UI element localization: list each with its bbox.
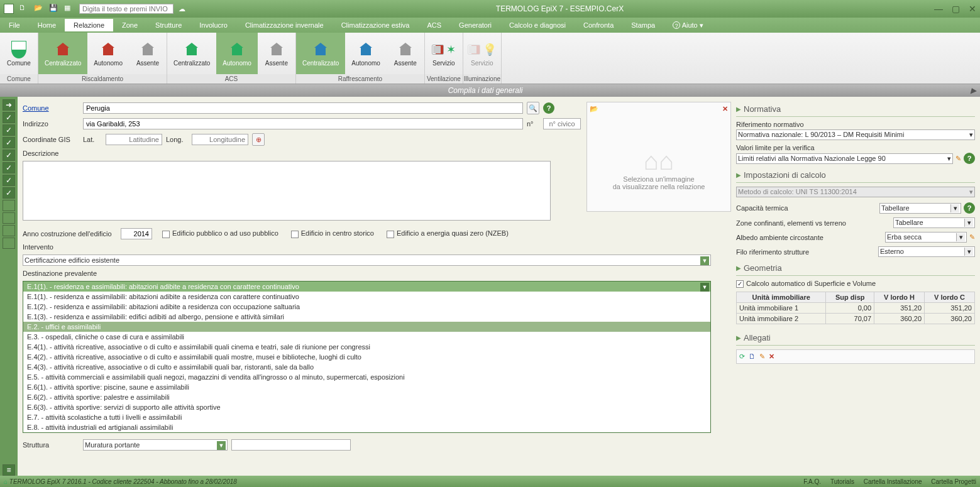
link-cartella-install[interactable]: Cartella Installazione (864, 478, 922, 485)
dropdown-item[interactable]: E.6(1). - attività sportive: piscine, sa… (23, 382, 710, 392)
save-icon[interactable]: 💾 (49, 4, 59, 14)
chk-pubblico[interactable] (162, 231, 170, 238)
collapse-arrow-icon[interactable]: ▶ (971, 84, 980, 97)
target-button[interactable]: ⊕ (252, 133, 265, 146)
comune-label[interactable]: Comune (23, 104, 79, 112)
new-icon[interactable]: 🗋 (19, 4, 29, 14)
lat-input[interactable] (106, 134, 162, 145)
delete-icon[interactable]: ✕ (769, 353, 774, 361)
dropdown-item[interactable]: E.7. - attività scolastiche a tutti i li… (23, 412, 710, 422)
link-cartella-progetti[interactable]: Cartella Progetti (931, 478, 976, 485)
help-icon[interactable]: ? (964, 153, 975, 164)
sidebar-empty-2[interactable] (3, 212, 15, 224)
sidebar-arrow[interactable]: ➜ (3, 99, 15, 111)
sidebar-empty-1[interactable] (3, 200, 15, 211)
comune-input[interactable] (83, 102, 523, 114)
ribbon-raff-autonomo[interactable]: Autonomo (345, 33, 387, 74)
new-doc-icon[interactable]: 🗋 (749, 353, 756, 361)
rif-select[interactable]: Normativa nazionale: L 90/2013 – DM Requ… (736, 129, 975, 140)
sidebar-check-6[interactable]: ✓ (3, 175, 15, 186)
dropdown-item[interactable]: E.4(1). - attività ricreative, associati… (23, 342, 710, 352)
desc-textarea[interactable] (23, 161, 551, 221)
sidebar-empty-4[interactable] (3, 238, 15, 249)
table-row[interactable]: Unità immobiliare 270,07360,20360,20 (737, 314, 975, 324)
dropdown-item[interactable]: E.1(3). - residenza e assimilabili: edif… (23, 312, 710, 322)
section-impostazioni[interactable]: ▶Impostazioni di calcolo (736, 168, 975, 183)
cloud-icon[interactable]: ☁ (179, 5, 185, 13)
chk-storico[interactable] (291, 231, 299, 238)
sidebar-check-1[interactable]: ✓ (3, 112, 15, 123)
refresh-icon[interactable]: ⟳ (739, 353, 745, 361)
tab-generatori[interactable]: Generatori (450, 19, 500, 31)
ribbon-acs-autonomo[interactable]: Autonomo (216, 33, 258, 74)
sidebar-empty-3[interactable] (3, 225, 15, 236)
tab-file[interactable]: File (0, 19, 29, 31)
dropdown-item[interactable]: E.6(3). - attività sportive: servizi di … (23, 402, 710, 412)
table-row[interactable]: Unità immobiliare 10,00351,20351,20 (737, 303, 975, 314)
albedo-select[interactable]: Erba secca▾ (885, 232, 967, 243)
ribbon-raff-assente[interactable]: Assente (387, 33, 424, 74)
dropdown-item[interactable]: E.6(2). - attività sportive: palestre e … (23, 392, 710, 402)
anno-input[interactable] (121, 228, 152, 239)
dropdown-item[interactable]: E.3. - ospedali, cliniche o case di cura… (23, 332, 710, 342)
dropdown-item[interactable]: E.8. - attività industriali ed artigiana… (23, 422, 710, 432)
section-geometria[interactable]: ▶Geometria (736, 261, 975, 276)
search-input[interactable] (79, 4, 173, 14)
tab-stampa[interactable]: Stampa (622, 19, 664, 31)
tab-calcolo[interactable]: Calcolo e diagnosi (500, 19, 575, 31)
dropdown-item[interactable]: E.2. - uffici e assimilabili (23, 322, 710, 332)
tab-aiuto[interactable]: ? Aiuto ▾ (664, 19, 712, 32)
struttura-select[interactable]: Muratura portante ▼ (83, 439, 228, 451)
delete-icon[interactable]: ✕ (722, 105, 728, 113)
tab-clim-invernale[interactable]: Climatizzazione invernale (236, 19, 333, 31)
dropdown-item[interactable]: E.4(3). - attività ricreative, associati… (23, 362, 710, 372)
ribbon-ventilazione[interactable]: NO✶Servizio (425, 33, 463, 74)
tab-home[interactable]: Home (29, 19, 65, 31)
tab-relazione[interactable]: Relazione (65, 19, 113, 31)
struttura-extra-input[interactable] (231, 439, 351, 451)
section-normativa[interactable]: ▶Normativa (736, 102, 975, 117)
edit-icon[interactable]: ✎ (955, 155, 961, 163)
ribbon-acs-centralizzato[interactable]: Centralizzato (167, 33, 216, 74)
dropdown-item[interactable]: E.4(2). - attività ricreative, associati… (23, 352, 710, 362)
search-button[interactable]: 🔍 (527, 102, 539, 114)
folder-icon[interactable]: 📂 (590, 105, 598, 113)
destinazione-dropdown[interactable]: E.1(1). - residenza e assimilabili: abit… (23, 281, 711, 433)
home-icon[interactable]: ⌂ (4, 478, 8, 485)
ribbon-risc-assente[interactable]: Assente (129, 33, 167, 74)
n-civico-input[interactable] (543, 118, 581, 129)
sidebar-check-5[interactable]: ✓ (3, 162, 15, 173)
long-input[interactable] (192, 134, 248, 145)
zone-select[interactable]: Tabellare▾ (893, 217, 975, 228)
help-icon[interactable]: ? (543, 102, 554, 114)
tab-strutture[interactable]: Strutture (146, 19, 190, 31)
chk-geo-auto[interactable] (736, 280, 744, 288)
link-tutorials[interactable]: Tutorials (830, 478, 854, 485)
ribbon-acs-assente[interactable]: Assente (258, 33, 295, 74)
intervento-select[interactable]: Certificazione edificio esistente ▼ (23, 254, 711, 266)
calendar-icon[interactable]: ▦ (64, 4, 74, 14)
chk-nzeb[interactable] (387, 231, 394, 238)
sidebar-check-3[interactable]: ✓ (3, 137, 15, 148)
valori-select[interactable]: Limiti relativi alla Normativa Nazionale… (736, 153, 953, 164)
filo-select[interactable]: Esterno▾ (878, 246, 975, 257)
dropdown-item[interactable]: E.1(2). - residenza e assimilabili: abit… (23, 302, 710, 312)
sidebar-list-icon[interactable]: ≡ (3, 464, 15, 476)
link-faq[interactable]: F.A.Q. (803, 478, 821, 485)
dropdown-item[interactable]: E.5. - attività commerciali e assimilabi… (23, 372, 710, 382)
close-button[interactable]: ✕ (969, 4, 976, 14)
dropdown-item[interactable]: E.1(1). - residenza e assimilabili: abit… (23, 292, 710, 302)
maximize-button[interactable]: ▢ (952, 4, 960, 14)
tab-zone[interactable]: Zone (113, 19, 146, 31)
sidebar-check-7[interactable]: ✓ (3, 187, 15, 199)
open-icon[interactable]: 📂 (34, 4, 44, 14)
tab-clim-estiva[interactable]: Climatizzazione estiva (333, 19, 419, 31)
dropdown-selected[interactable]: E.1(1). - residenza e assimilabili: abit… (23, 282, 710, 292)
edit-icon[interactable]: ✎ (969, 233, 975, 241)
sidebar-check-2[interactable]: ✓ (3, 124, 15, 136)
ribbon-risc-centralizzato[interactable]: Centralizzato (38, 33, 87, 74)
edit-icon[interactable]: ✎ (759, 353, 765, 361)
tab-acs[interactable]: ACS (418, 19, 450, 31)
cap-select[interactable]: Tabellare▾ (879, 203, 961, 214)
ribbon-comune[interactable]: Comune (0, 33, 38, 74)
